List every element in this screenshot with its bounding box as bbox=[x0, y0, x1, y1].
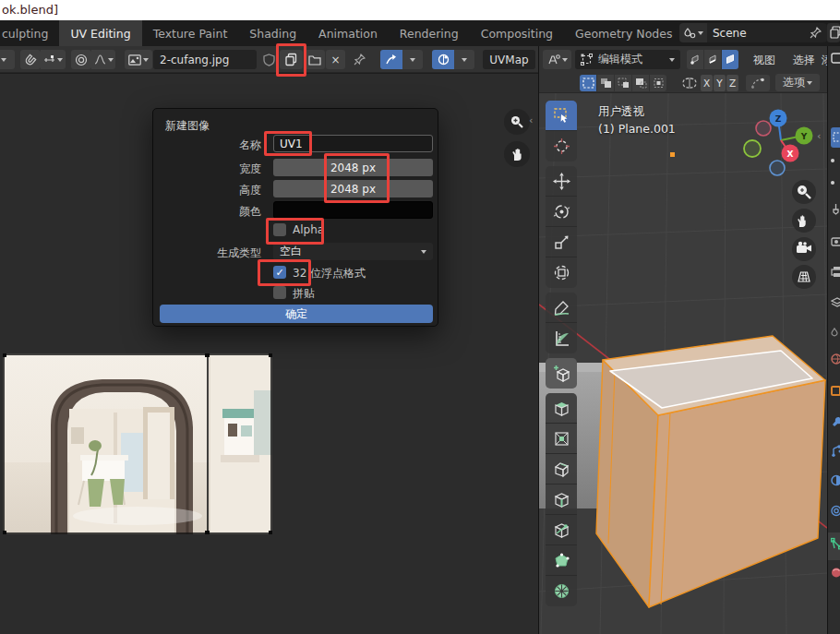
tab-sculpting-partial[interactable]: culpting bbox=[0, 20, 59, 46]
tool-loop-cut[interactable] bbox=[546, 484, 577, 515]
tab-render-icon[interactable] bbox=[831, 235, 840, 246]
uv-snap-options-button[interactable] bbox=[402, 50, 423, 69]
viewport-header-row2: X Y Z 选项 bbox=[539, 73, 827, 93]
tab-view-layer-icon[interactable] bbox=[831, 297, 840, 308]
mirror-icon[interactable] bbox=[682, 77, 697, 90]
tab-scene-icon[interactable] bbox=[831, 328, 840, 339]
uv-editor-canvas[interactable]: 新建图像 名称 UV1 宽度 2048 px 高度 2048 px 颜 bbox=[0, 74, 538, 634]
scene-browse-button[interactable] bbox=[679, 23, 707, 42]
select-mode-face-button[interactable] bbox=[722, 50, 738, 69]
menu-view[interactable]: 视图 bbox=[753, 53, 775, 68]
unlink-image-button[interactable]: × bbox=[326, 50, 345, 69]
tool-knife[interactable] bbox=[546, 515, 577, 545]
snap-settings-button[interactable] bbox=[41, 50, 66, 69]
tool-transform[interactable] bbox=[546, 257, 577, 288]
gizmo-x-label[interactable]: X bbox=[787, 150, 794, 159]
tool-cursor[interactable] bbox=[546, 131, 577, 161]
uv-sidebar-collapse-arrow[interactable]: ‹ bbox=[529, 114, 533, 126]
tab-animation[interactable]: Animation bbox=[307, 20, 389, 46]
falloff-curve-button[interactable] bbox=[91, 50, 115, 69]
tab-tool-icon[interactable] bbox=[831, 203, 840, 215]
uv-snap-arrow-icon[interactable] bbox=[380, 50, 402, 69]
scene-name-field[interactable]: Scene bbox=[707, 23, 827, 42]
tool-select-box[interactable] bbox=[546, 101, 577, 131]
mirror-z-button[interactable]: Z bbox=[726, 75, 738, 91]
tab-output-printer-icon[interactable] bbox=[831, 266, 840, 277]
sliver-edit-mode-button[interactable] bbox=[831, 127, 840, 148]
ok-button[interactable]: 确定 bbox=[160, 305, 433, 323]
proportional-editing-icon[interactable] bbox=[71, 50, 91, 69]
uv-zoom-button[interactable] bbox=[504, 109, 530, 135]
viewport-nav-buttons[interactable] bbox=[792, 180, 816, 289]
tab-texture-paint[interactable]: Texture Paint bbox=[142, 20, 239, 46]
tool-add-cube[interactable] bbox=[546, 358, 577, 389]
image-browse-button[interactable] bbox=[125, 50, 152, 69]
open-image-folder-icon[interactable] bbox=[305, 50, 325, 69]
snap-magnet-icon[interactable] bbox=[20, 50, 41, 69]
proportional-sphere-icon[interactable] bbox=[432, 50, 454, 69]
viewport-sidebar-collapse-arrow[interactable]: ‹ bbox=[817, 130, 821, 142]
tab-compositing[interactable]: Compositing bbox=[470, 20, 564, 46]
menu-select[interactable]: 选择 bbox=[793, 53, 815, 68]
tab-uv-editing[interactable]: UV Editing bbox=[59, 20, 141, 46]
select-new-button[interactable] bbox=[597, 75, 614, 91]
snap-arc-button[interactable] bbox=[746, 75, 770, 91]
tool-bevel[interactable] bbox=[546, 454, 577, 484]
tiled-checkbox[interactable] bbox=[273, 286, 286, 299]
tool-poly-build[interactable] bbox=[546, 545, 577, 576]
select-mode-edge-button[interactable] bbox=[704, 50, 721, 69]
tool-spin[interactable] bbox=[546, 576, 577, 606]
tool-move[interactable] bbox=[546, 166, 577, 197]
select-intersect-button[interactable] bbox=[650, 75, 666, 91]
tab-object-icon[interactable] bbox=[831, 386, 840, 396]
tab-modifiers-wrench-icon[interactable] bbox=[831, 415, 840, 427]
nav-gizmo[interactable]: Z Y X bbox=[744, 110, 813, 176]
select-mode-vertex-button[interactable] bbox=[687, 50, 703, 69]
editor-type-button-partial[interactable] bbox=[0, 50, 15, 69]
gizmo-z-label[interactable]: Z bbox=[775, 114, 782, 124]
tool-extrude-region[interactable] bbox=[546, 393, 577, 424]
tab-material-icon[interactable] bbox=[831, 567, 840, 579]
proportional-options-button[interactable] bbox=[454, 50, 474, 69]
tab-constraints-icon[interactable] bbox=[831, 505, 840, 517]
editor-divider[interactable] bbox=[538, 46, 539, 634]
color-swatch[interactable] bbox=[273, 201, 433, 219]
uv-map-field[interactable]: UVMap bbox=[483, 50, 535, 69]
pin-icon[interactable] bbox=[810, 27, 822, 39]
pin-icon[interactable] bbox=[350, 50, 368, 69]
uv-image-canvas[interactable] bbox=[3, 353, 272, 534]
tool-rotate[interactable] bbox=[546, 197, 577, 227]
mode-label: 编辑模式 bbox=[598, 52, 642, 67]
tool-inset-faces[interactable] bbox=[546, 424, 577, 454]
new-scene-button[interactable] bbox=[827, 23, 840, 42]
viewport-header: 编辑模式 视图 选择 添 bbox=[539, 46, 827, 73]
tool-measure[interactable] bbox=[546, 323, 577, 353]
select-extend-button[interactable] bbox=[615, 75, 631, 91]
tab-physics-icon[interactable] bbox=[831, 474, 840, 486]
tab-rendering[interactable]: Rendering bbox=[389, 20, 470, 46]
viewport-editor-type-button[interactable] bbox=[543, 50, 571, 69]
mirror-y-button[interactable]: Y bbox=[714, 75, 726, 91]
chevron-down-icon bbox=[143, 58, 149, 62]
tweak-box-select-button[interactable] bbox=[580, 75, 596, 91]
tab-particles-icon[interactable] bbox=[831, 445, 840, 457]
tool-annotate[interactable] bbox=[546, 293, 577, 323]
mirror-x-button[interactable]: X bbox=[701, 75, 713, 91]
options-dropdown[interactable]: 选项 bbox=[775, 74, 820, 91]
generated-type-dropdown[interactable]: 空白 bbox=[273, 243, 433, 260]
image-name-field[interactable]: 2-cufang.jpg bbox=[153, 50, 257, 69]
uv-pan-hand-button[interactable] bbox=[504, 141, 530, 167]
chevron-down-icon bbox=[562, 58, 568, 62]
properties-divider[interactable] bbox=[827, 46, 828, 634]
sliver-dot-2 bbox=[831, 181, 834, 185]
viewport-3d[interactable]: Z Y X 用户透视 (1) Plane.001 ‹ bbox=[539, 93, 827, 634]
tool-scale[interactable] bbox=[546, 227, 577, 257]
image-name: 2-cufang.jpg bbox=[160, 54, 229, 66]
tab-world-icon[interactable] bbox=[831, 353, 840, 365]
tab-shading[interactable]: Shading bbox=[238, 20, 307, 46]
tab-geometry-nodes[interactable]: Geometry Nodes bbox=[564, 20, 683, 46]
select-subtract-button[interactable] bbox=[632, 75, 649, 91]
tab-object-data-icon[interactable] bbox=[831, 537, 840, 550]
gizmo-y-label[interactable]: Y bbox=[800, 132, 808, 141]
mode-selector[interactable]: 编辑模式 bbox=[575, 50, 680, 69]
